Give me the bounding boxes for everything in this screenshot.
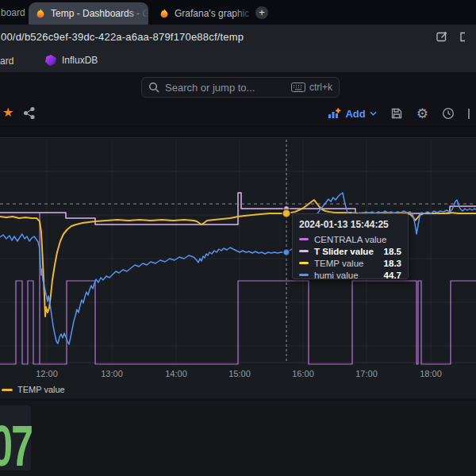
tab-title-fade [128, 2, 148, 25]
tooltip-row: T Slider value18.5 [299, 245, 401, 257]
x-axis-tick-label: 14:00 [159, 369, 194, 378]
tooltip-series-dash [299, 274, 309, 276]
influxdb-icon [45, 55, 56, 66]
tooltip-series-dash [299, 250, 309, 252]
dashboard-toolbar: ★ Add ⚙ [0, 101, 476, 127]
x-axis-tick-label: 12:00 [29, 369, 64, 378]
grafana-logo-icon [35, 8, 46, 19]
url-text[interactable]: 00/d/b526c9ef-39dc-422a-a6aa-879f170e88c… [1, 31, 244, 43]
tooltip-timestamp: 2024-01-13 15:44:25 [299, 219, 401, 230]
legend-color-dash [2, 389, 13, 391]
chart-tooltip: 2024-01-13 15:44:25 CENTRALA valueT Slid… [292, 213, 409, 279]
browser-tab-bar: board Temp - Dashboards - Graf Grafana's… [0, 0, 476, 25]
tab-active[interactable]: Temp - Dashboards - Graf [29, 2, 148, 25]
add-panel-icon [328, 108, 341, 119]
edit-in-square-icon[interactable] [436, 30, 448, 43]
stat-panel[interactable]: 07 [0, 401, 476, 476]
new-tab-button[interactable]: + [255, 6, 268, 19]
keyboard-icon [291, 83, 305, 92]
bookmark-influxdb[interactable]: InfluxDB [45, 55, 98, 66]
favorite-star-icon[interactable]: ★ [2, 105, 13, 120]
stat-value: 07 [0, 416, 32, 476]
series-centrala [0, 281, 476, 364]
tooltip-row: CENTRALA value [299, 233, 401, 245]
grafana-top-nav: Search or jump to... ctrl+k [0, 73, 476, 102]
search-input[interactable]: Search or jump to... ctrl+k [141, 77, 340, 98]
hover-marker [283, 249, 290, 255]
screen: board Temp - Dashboards - Graf Grafana's… [0, 0, 476, 476]
legend-item-temp[interactable]: TEMP value [2, 385, 65, 394]
tooltip-series-dash [299, 262, 309, 264]
clipped-toolbar-icon [468, 109, 470, 119]
search-shortcut: ctrl+k [291, 82, 332, 93]
tab-title-fade [233, 2, 254, 25]
x-axis-tick-label: 16:00 [286, 369, 321, 378]
legend-label: TEMP value [17, 385, 65, 394]
time-range-clock-icon[interactable] [442, 107, 455, 120]
tab-inactive[interactable]: Grafana's graphic show wr [152, 2, 254, 25]
x-axis-tick-label: 13:00 [94, 369, 129, 378]
search-icon [148, 82, 159, 93]
add-panel-button[interactable]: Add [328, 108, 376, 120]
x-axis-tick-label: 18:00 [413, 369, 448, 378]
tooltip-series-dash [299, 238, 309, 240]
chevron-down-icon [370, 111, 377, 116]
x-axis-tick-label: 15:00 [222, 369, 257, 378]
clipped-browser-icon[interactable] [459, 30, 465, 43]
save-dashboard-icon[interactable] [390, 107, 403, 120]
partial-tab-label[interactable]: board [1, 7, 25, 18]
share-icon[interactable] [23, 106, 36, 120]
bookmarks-bar: ard InfluxDB [0, 50, 476, 73]
tooltip-row: humi value44.7 [299, 269, 401, 281]
search-placeholder: Search or jump to... [165, 82, 291, 94]
timeseries-panel: 12:0013:0014:0015:0016:0017:0018:00 TEMP… [0, 137, 476, 398]
browser-url-bar[interactable]: 00/d/b526c9ef-39dc-422a-a6aa-879f170e88c… [0, 25, 476, 50]
hover-marker [282, 209, 290, 217]
grafana-logo-icon [159, 8, 170, 19]
x-axis-tick-label: 17:00 [349, 369, 384, 378]
tooltip-row: TEMP value18.3 [299, 257, 401, 269]
bookmark-partial-label[interactable]: ard [0, 56, 13, 67]
settings-gear-icon[interactable]: ⚙ [416, 107, 428, 121]
